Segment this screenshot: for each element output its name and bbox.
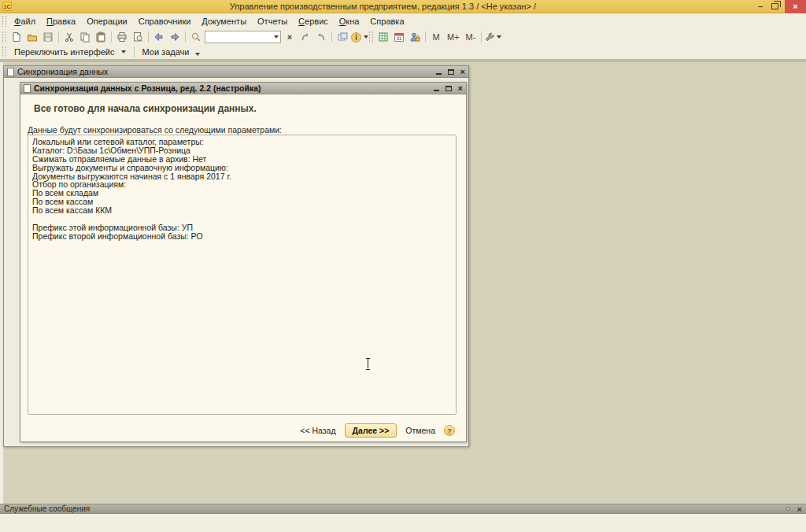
- combo-dropdown-button[interactable]: [270, 31, 280, 42]
- printer-icon: [116, 31, 128, 42]
- sync-settings-dialog: Синхронизация данных с Розница, ред. 2.2…: [20, 82, 467, 442]
- minimize-button[interactable]: [436, 69, 442, 75]
- app-titlebar: 1С Управление производственным предприят…: [0, 0, 806, 13]
- menu-service[interactable]: Сервис: [293, 15, 334, 28]
- redo-arrow-icon: [169, 31, 180, 42]
- user-permissions-button[interactable]: [407, 30, 423, 44]
- toolbar-separator: [148, 31, 149, 42]
- paste-button[interactable]: [93, 30, 109, 44]
- params-label: Данные будут синхронизироваться со следу…: [28, 125, 282, 135]
- cancel-button[interactable]: Отмена: [404, 424, 437, 437]
- close-icon[interactable]: ×: [458, 84, 463, 92]
- service-messages-titlebar[interactable]: Служебные сообщения ×: [0, 504, 806, 514]
- redo-button[interactable]: [167, 30, 183, 44]
- save-button[interactable]: [40, 30, 56, 44]
- preview-icon: [132, 31, 143, 42]
- clear-search-button[interactable]: ×: [282, 30, 298, 44]
- toolbar-separator: [58, 31, 59, 42]
- memory-recall-button[interactable]: M: [428, 30, 444, 44]
- close-button[interactable]: ×: [785, 0, 806, 13]
- tools-button[interactable]: [484, 30, 501, 44]
- info-icon: [350, 31, 362, 43]
- next-button[interactable]: Далее >>: [345, 423, 397, 438]
- back-button[interactable]: << Назад: [298, 424, 337, 437]
- undo-arrow-icon: [153, 31, 165, 42]
- search-input[interactable]: [205, 31, 270, 42]
- sync-window-titlebar[interactable]: Синхронизация данных ×: [4, 66, 468, 78]
- menu-documents[interactable]: Документы: [196, 15, 252, 28]
- service-messages-controls: ×: [786, 505, 802, 513]
- nav-forward-button[interactable]: [313, 30, 329, 44]
- toolbar-separator: [425, 31, 426, 42]
- help-button[interactable]: ?: [444, 425, 455, 436]
- sync-window-title: Синхронизация данных: [17, 67, 108, 76]
- dialog-controls: ×: [434, 84, 463, 92]
- info-button[interactable]: [350, 30, 368, 44]
- my-tasks-button[interactable]: Мои задачи: [137, 46, 206, 58]
- find-button[interactable]: [188, 30, 204, 44]
- close-icon[interactable]: ×: [797, 505, 802, 513]
- cut-button[interactable]: [61, 30, 77, 44]
- menu-operations[interactable]: Операции: [81, 15, 132, 28]
- minimize-button[interactable]: [434, 86, 439, 91]
- sync-parameters-panel[interactable]: Локальный или сетевой каталог, параметры…: [28, 135, 457, 415]
- pin-icon[interactable]: [786, 507, 790, 511]
- cascade-windows-icon: [337, 31, 348, 42]
- nav-back-button[interactable]: [298, 30, 313, 44]
- menu-windows[interactable]: Окна: [334, 15, 365, 28]
- menu-catalogs[interactable]: Справочники: [133, 15, 197, 28]
- toolbar-grip[interactable]: [2, 46, 6, 57]
- memory-add-button[interactable]: M+: [444, 30, 463, 44]
- menu-edit[interactable]: Правка: [41, 15, 81, 28]
- param-line: По всем складам: [32, 189, 452, 198]
- sync-window: Синхронизация данных × Синхронизация дан…: [3, 65, 469, 447]
- window-controls: – ×: [754, 0, 806, 13]
- toolbar-grip[interactable]: [2, 31, 6, 42]
- maximize-button[interactable]: [448, 69, 454, 75]
- toolbar-grip[interactable]: [369, 31, 373, 42]
- chevron-down-icon: [195, 53, 200, 56]
- toolbar-separator: [481, 31, 482, 42]
- param-line: Выгружать документы и справочную информа…: [32, 164, 452, 172]
- calendar-icon: 31: [394, 31, 405, 42]
- copy-button[interactable]: [77, 30, 93, 44]
- clipboard-icon: [95, 31, 106, 42]
- print-preview-button[interactable]: [130, 30, 146, 44]
- chevron-down-icon: [364, 35, 368, 39]
- menu-file[interactable]: Файл: [9, 15, 41, 28]
- toolbar-grip[interactable]: [2, 16, 6, 27]
- calendar-button[interactable]: 31: [391, 30, 407, 44]
- switch-interface-label: Переключить интерфейс: [14, 47, 115, 57]
- chevron-down-icon: [121, 50, 126, 54]
- secondary-toolbar: Переключить интерфейс Мои задачи: [0, 45, 806, 60]
- param-line: По всем кассам ККМ: [32, 206, 452, 215]
- open-button[interactable]: [24, 30, 40, 44]
- app-logo-icon: 1С: [2, 2, 12, 11]
- save-floppy-icon: [43, 31, 54, 42]
- calculator-button[interactable]: [375, 30, 391, 44]
- dialog-titlebar[interactable]: Синхронизация данных с Розница, ред. 2.2…: [20, 83, 466, 94]
- switch-interface-button[interactable]: Переключить интерфейс: [9, 46, 131, 58]
- wrench-icon: [484, 31, 495, 42]
- dialog-title: Синхронизация данных с Розница, ред. 2.2…: [34, 83, 261, 93]
- undo-button[interactable]: [151, 30, 167, 44]
- maximize-button[interactable]: [446, 86, 452, 91]
- menu-reports[interactable]: Отчеты: [252, 15, 293, 28]
- menu-help[interactable]: Справка: [364, 15, 409, 28]
- memory-subtract-button[interactable]: M-: [463, 30, 479, 44]
- toolbar-separator: [185, 31, 186, 42]
- close-icon[interactable]: ×: [460, 68, 465, 76]
- curved-arrow-left-icon: [300, 31, 311, 42]
- toolbar-separator: [111, 31, 112, 42]
- restore-button[interactable]: [771, 3, 778, 9]
- service-messages-title: Служебные сообщения: [4, 504, 90, 513]
- copy-icon: [79, 31, 91, 42]
- print-button[interactable]: [114, 30, 130, 44]
- new-document-button[interactable]: [9, 30, 24, 44]
- windows-cascade-button[interactable]: [335, 30, 350, 44]
- scissors-icon: [64, 31, 75, 42]
- document-icon: [24, 84, 31, 93]
- minimize-button[interactable]: –: [754, 1, 767, 12]
- chevron-down-icon: [497, 35, 501, 39]
- sync-window-controls: ×: [436, 68, 465, 76]
